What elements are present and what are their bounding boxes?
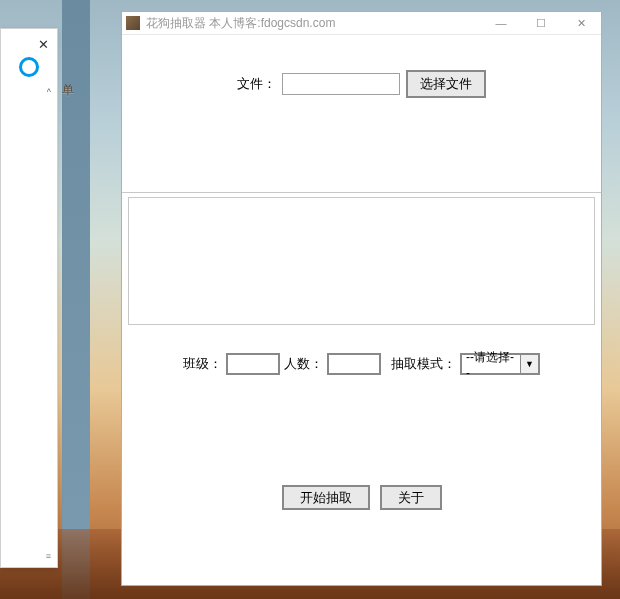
client-area: 文件： 选择文件 班级： 人数： 抽取模式： --请选择-- ▼ 开始抽取 关于 — [122, 35, 601, 585]
options-row: 班级： 人数： 抽取模式： --请选择-- ▼ — [122, 353, 601, 375]
main-window: 花狗抽取器 本人博客:fdogcsdn.com — ☐ ✕ 文件： 选择文件 班… — [121, 11, 602, 586]
class-label: 班级： — [183, 355, 222, 373]
file-row: 文件： 选择文件 — [122, 70, 601, 98]
chevron-up-icon[interactable]: ^ — [47, 87, 51, 97]
count-label: 人数： — [284, 355, 323, 373]
app-icon — [126, 16, 140, 30]
cortana-icon[interactable] — [19, 57, 39, 77]
mode-select[interactable]: --请选择-- ▼ — [460, 353, 540, 375]
maximize-button[interactable]: ☐ — [521, 12, 561, 35]
start-button[interactable]: 开始抽取 — [282, 485, 370, 510]
mode-selected-value: --请选择-- — [462, 355, 520, 373]
file-input[interactable] — [282, 73, 400, 95]
file-label: 文件： — [237, 75, 276, 93]
window-title: 花狗抽取器 本人博客:fdogcsdn.com — [146, 15, 481, 32]
minimize-button[interactable]: — — [481, 12, 521, 35]
about-button[interactable]: 关于 — [380, 485, 442, 510]
close-button[interactable]: ✕ — [561, 12, 601, 35]
count-input[interactable] — [327, 353, 381, 375]
result-box — [128, 197, 595, 325]
titlebar[interactable]: 花狗抽取器 本人博客:fdogcsdn.com — ☐ ✕ — [122, 12, 601, 35]
chevron-down-icon[interactable]: ▼ — [520, 355, 538, 373]
close-icon[interactable]: ✕ — [38, 37, 49, 52]
class-input[interactable] — [226, 353, 280, 375]
background-fragment-text: 单 — [62, 82, 74, 99]
side-panel: ✕ ^ ≡ — [0, 28, 58, 568]
menu-icon[interactable]: ≡ — [46, 551, 51, 561]
actions-row: 开始抽取 关于 — [122, 485, 601, 510]
divider — [122, 192, 601, 193]
choose-file-button[interactable]: 选择文件 — [406, 70, 486, 98]
mode-label: 抽取模式： — [391, 355, 456, 373]
